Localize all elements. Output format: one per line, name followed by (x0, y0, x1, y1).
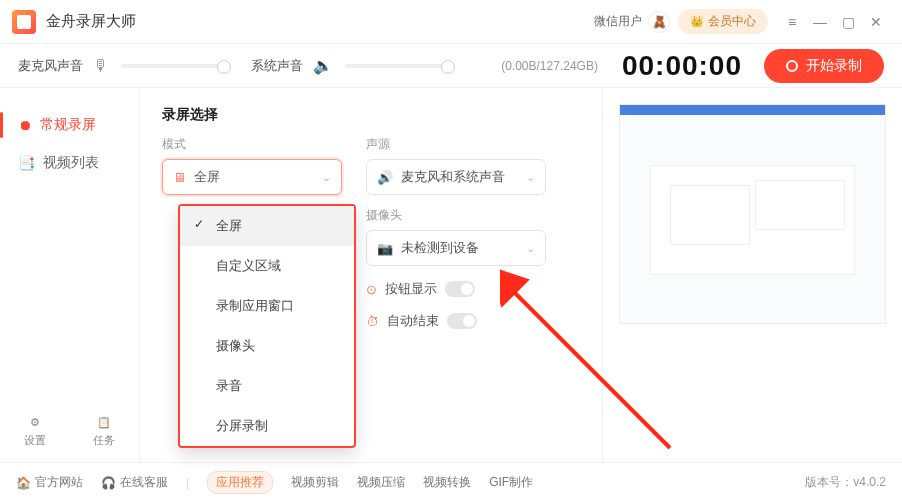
button-display-toggle[interactable] (445, 281, 475, 297)
headset-icon: 🎧 (101, 476, 116, 490)
button-display-label: 按钮显示 (385, 280, 437, 298)
vip-center-button[interactable]: 会员中心 (678, 9, 768, 34)
version-label: 版本号：v4.0.2 (805, 474, 886, 491)
section-title: 录屏选择 (162, 106, 580, 124)
auto-end-toggle[interactable] (447, 313, 477, 329)
dropdown-item-custom-area[interactable]: 自定义区域 (180, 246, 354, 286)
list-icon: 📑 (18, 155, 35, 171)
screen-preview (619, 104, 886, 324)
sidebar-item-video-list[interactable]: 📑 视频列表 (0, 144, 139, 182)
source-label: 声源 (366, 136, 546, 153)
dropdown-item-split-screen[interactable]: 分屏录制 (180, 406, 354, 446)
minimize-icon[interactable]: — (806, 8, 834, 36)
chevron-down-icon: ⌄ (526, 171, 535, 184)
sound-icon: 🔊 (377, 170, 393, 185)
audio-source-select[interactable]: 🔊 麦克风和系统声音 ⌄ (366, 159, 546, 195)
dropdown-item-app-window[interactable]: 录制应用窗口 (180, 286, 354, 326)
system-sound-slider[interactable] (345, 64, 455, 68)
footer-video-edit[interactable]: 视频剪辑 (291, 474, 339, 491)
gear-icon: ⚙ (30, 416, 40, 429)
record-icon (786, 60, 798, 72)
record-timer: 00:00:00 (622, 50, 742, 82)
monitor-icon: 🖥 (173, 170, 186, 185)
chevron-down-icon: ⌄ (322, 171, 331, 184)
app-logo-icon (12, 10, 36, 34)
close-icon[interactable]: ✕ (862, 8, 890, 36)
dropdown-item-fullscreen[interactable]: 全屏 (180, 206, 354, 246)
footer-video-compress[interactable]: 视频压缩 (357, 474, 405, 491)
button-icon: ⊙ (366, 282, 377, 297)
camera-select[interactable]: 📷 未检测到设备 ⌄ (366, 230, 546, 266)
storage-text: (0.00B/127.24GB) (501, 59, 598, 73)
mode-dropdown: 全屏 自定义区域 录制应用窗口 摄像头 录音 分屏录制 (178, 204, 356, 448)
mode-label: 模式 (162, 136, 342, 153)
camera-icon: 📷 (377, 241, 393, 256)
chevron-down-icon: ⌄ (526, 242, 535, 255)
menu-icon[interactable]: ≡ (778, 8, 806, 36)
settings-button[interactable]: ⚙ 设置 (24, 416, 46, 448)
footer-online-service[interactable]: 🎧在线客服 (101, 474, 168, 491)
dropdown-item-camera[interactable]: 摄像头 (180, 326, 354, 366)
footer-gif-make[interactable]: GIF制作 (489, 474, 533, 491)
footer-app-recommend[interactable]: 应用推荐 (207, 471, 273, 494)
speaker-icon[interactable]: 🔈 (313, 56, 333, 75)
mic-slider[interactable] (121, 64, 231, 68)
user-avatar[interactable]: 🧸 (648, 11, 670, 33)
clock-icon: ⏱ (366, 314, 379, 329)
home-icon: 🏠 (16, 476, 31, 490)
start-record-button[interactable]: 开始录制 (764, 49, 884, 83)
dropdown-item-audio[interactable]: 录音 (180, 366, 354, 406)
system-sound-label: 系统声音 (251, 57, 303, 75)
mic-label: 麦克风声音 (18, 57, 83, 75)
mode-select[interactable]: 🖥 全屏 ⌄ (162, 159, 342, 195)
sidebar-item-normal-record[interactable]: ⏺ 常规录屏 (0, 106, 139, 144)
mic-icon[interactable]: 🎙 (93, 57, 109, 75)
auto-end-label: 自动结束 (387, 312, 439, 330)
tasks-button[interactable]: 📋 任务 (93, 416, 115, 448)
record-icon: ⏺ (18, 117, 32, 133)
footer-official-site[interactable]: 🏠官方网站 (16, 474, 83, 491)
app-title: 金舟录屏大师 (46, 12, 136, 31)
footer-video-convert[interactable]: 视频转换 (423, 474, 471, 491)
maximize-icon[interactable]: ▢ (834, 8, 862, 36)
camera-label: 摄像头 (366, 207, 546, 224)
wechat-user-label: 微信用户 (594, 13, 642, 30)
clipboard-icon: 📋 (97, 416, 111, 429)
